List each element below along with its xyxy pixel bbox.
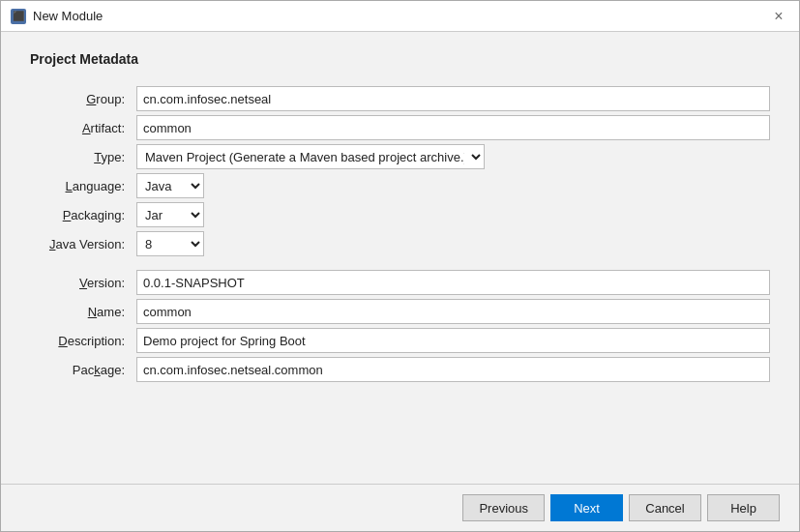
name-label: Name:: [30, 299, 136, 324]
version-row: Version:: [30, 270, 770, 295]
type-cell: Maven Project (Generate a Maven based pr…: [136, 144, 770, 169]
packaging-row: Packaging: Jar War: [30, 202, 770, 227]
language-label: Language:: [30, 173, 136, 198]
title-bar-left: ⬛ New Module: [11, 9, 103, 24]
packaging-select[interactable]: Jar War: [136, 202, 204, 227]
new-module-dialog: ⬛ New Module × Project Metadata Group: A…: [0, 0, 800, 532]
close-button[interactable]: ×: [768, 6, 789, 27]
group-cell: [136, 86, 770, 111]
package-input[interactable]: [136, 357, 770, 382]
description-row: Description:: [30, 328, 770, 353]
name-input[interactable]: [136, 299, 770, 324]
artifact-label: Artifact:: [30, 115, 136, 140]
form-table: Group: Artifact: Type: Maven Project (Ge…: [30, 82, 770, 386]
dialog-footer: Previous Next Cancel Help: [1, 484, 799, 531]
java-version-row: Java Version: 8 11 17: [30, 231, 770, 256]
dialog-title: New Module: [33, 9, 103, 23]
group-input[interactable]: [136, 86, 770, 111]
description-cell: [136, 328, 770, 353]
dialog-body: Project Metadata Group: Artifact: Type:: [1, 32, 799, 484]
section-title: Project Metadata: [30, 51, 770, 67]
spacer-row: [30, 260, 770, 266]
next-button[interactable]: Next: [550, 494, 623, 521]
type-select[interactable]: Maven Project (Generate a Maven based pr…: [136, 144, 485, 169]
previous-button[interactable]: Previous: [462, 494, 545, 521]
version-cell: [136, 270, 770, 295]
package-row: Package:: [30, 357, 770, 382]
package-cell: [136, 357, 770, 382]
app-icon: ⬛: [11, 9, 26, 24]
type-row: Type: Maven Project (Generate a Maven ba…: [30, 144, 770, 169]
package-label: Package:: [30, 357, 136, 382]
language-row: Language: Java Kotlin Groovy: [30, 173, 770, 198]
packaging-cell: Jar War: [136, 202, 770, 227]
title-bar: ⬛ New Module ×: [1, 1, 799, 32]
version-label: Version:: [30, 270, 136, 295]
packaging-label: Packaging:: [30, 202, 136, 227]
artifact-cell: [136, 115, 770, 140]
help-button[interactable]: Help: [707, 494, 780, 521]
artifact-row: Artifact:: [30, 115, 770, 140]
description-input[interactable]: [136, 328, 770, 353]
java-version-label: Java Version:: [30, 231, 136, 256]
artifact-input[interactable]: [136, 115, 770, 140]
name-cell: [136, 299, 770, 324]
language-select[interactable]: Java Kotlin Groovy: [136, 173, 204, 198]
java-version-select[interactable]: 8 11 17: [136, 231, 204, 256]
version-input[interactable]: [136, 270, 770, 295]
description-label: Description:: [30, 328, 136, 353]
cancel-button[interactable]: Cancel: [629, 494, 701, 521]
group-row: Group:: [30, 86, 770, 111]
java-version-cell: 8 11 17: [136, 231, 770, 256]
name-row: Name:: [30, 299, 770, 324]
group-label: Group:: [30, 86, 136, 111]
type-label: Type:: [30, 144, 136, 169]
language-cell: Java Kotlin Groovy: [136, 173, 770, 198]
